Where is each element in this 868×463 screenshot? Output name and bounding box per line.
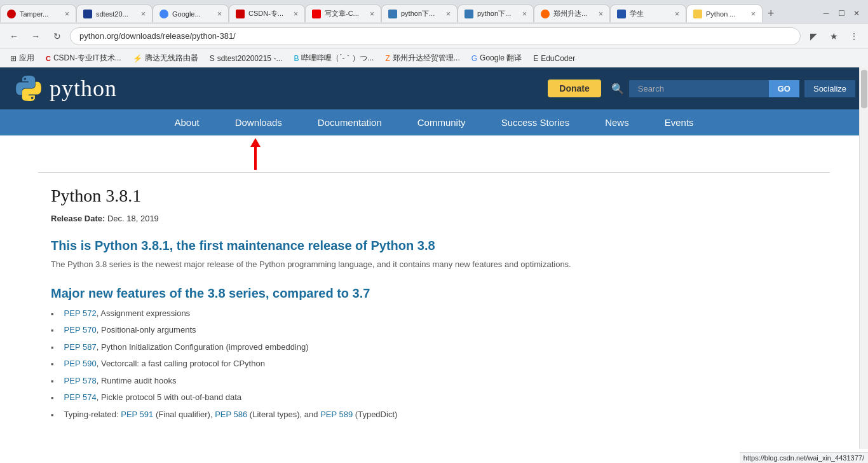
- tab-label-sdtest: sdtest20...: [96, 10, 136, 18]
- search-wrapper: 🔍 GO: [606, 79, 799, 99]
- bookmark-apps[interactable]: ⊞ 应用: [5, 52, 39, 65]
- tab-python1[interactable]: python下... ×: [381, 4, 458, 22]
- bookmark-tenda[interactable]: ⚡ 腾达无线路由器: [128, 52, 203, 65]
- refresh-button[interactable]: ↻: [48, 27, 66, 45]
- pep572-link[interactable]: PEP 572: [64, 308, 97, 318]
- typing-label: Typing-related:: [64, 410, 121, 419]
- bookmark-zhengzhou[interactable]: Z 郑州升达经贸管理...: [380, 52, 465, 65]
- nav-success-stories[interactable]: Success Stories: [484, 109, 588, 135]
- tab-close-csdn[interactable]: ×: [294, 10, 298, 18]
- arrow-wrapper: [0, 135, 868, 172]
- tab-close-tamper[interactable]: ×: [65, 10, 69, 18]
- tab-close-python2[interactable]: ×: [522, 10, 527, 18]
- tab-close-pythonmain[interactable]: ×: [751, 10, 756, 18]
- python-logo-icon: [13, 73, 44, 104]
- csdn-favicon: C: [46, 55, 51, 62]
- nav-documentation[interactable]: Documentation: [300, 109, 400, 135]
- section1-text: The Python 3.8 series is the newest majo…: [51, 258, 712, 271]
- bookmark-label: EduCoder: [541, 54, 575, 63]
- close-button[interactable]: ✕: [850, 7, 863, 20]
- tab-favicon-google: [159, 10, 168, 18]
- bookmark-star-icon[interactable]: ★: [825, 27, 843, 45]
- tab-zz[interactable]: 郑州升达... ×: [534, 4, 610, 22]
- nav-about[interactable]: About: [156, 109, 217, 135]
- pep574-link[interactable]: PEP 574: [64, 392, 97, 402]
- bookmark-bilibili[interactable]: B 哔哩哔哩（´-｀）つ...: [288, 52, 379, 65]
- maximize-button[interactable]: ☐: [835, 7, 848, 20]
- tab-favicon-xw: [312, 10, 321, 18]
- socialize-button[interactable]: Socialize: [804, 80, 855, 97]
- back-button[interactable]: ←: [5, 27, 23, 45]
- tab-pythonmain[interactable]: Python ... ×: [686, 4, 763, 22]
- pep587-link[interactable]: PEP 587: [64, 342, 97, 352]
- bookmark-educoder[interactable]: E EduCoder: [528, 53, 580, 64]
- bookmark-label: CSDN-专业IT技术...: [53, 53, 121, 64]
- site-nav: About Downloads Documentation Community …: [0, 109, 868, 135]
- bookmarks-bar: ⊞ 应用 C CSDN-专业IT技术... ⚡ 腾达无线路由器 S sdtest…: [0, 48, 868, 67]
- bookmark-label: 哔哩哔哩（´-｀）つ...: [301, 53, 374, 64]
- minimize-button[interactable]: ─: [820, 7, 832, 20]
- new-tab-button[interactable]: +: [763, 4, 780, 23]
- tab-favicon-zz: [541, 10, 550, 18]
- tab-xw[interactable]: 写文章-C... ×: [305, 4, 381, 22]
- tab-close-student[interactable]: ×: [675, 10, 679, 18]
- arrow-line: [254, 144, 257, 170]
- nav-downloads[interactable]: Downloads: [217, 109, 300, 135]
- tab-close-google[interactable]: ×: [217, 10, 222, 18]
- tab-close-xw[interactable]: ×: [370, 10, 374, 18]
- feature-text: , Assignment expressions: [97, 308, 190, 318]
- bilibili-favicon: B: [294, 54, 299, 63]
- customize-icon[interactable]: ⋮: [845, 27, 863, 45]
- list-item: PEP 572, Assignment expressions: [51, 307, 712, 321]
- bookmark-google-translate[interactable]: G Google 翻译: [466, 52, 527, 65]
- tab-tamper[interactable]: Tamper... ×: [0, 4, 76, 22]
- pep591-link[interactable]: PEP 591: [121, 410, 153, 419]
- window-controls: ─ ☐ ✕: [820, 7, 868, 20]
- bookmark-sdtest[interactable]: S sdtest20200215 -...: [205, 53, 288, 64]
- cast-icon[interactable]: ◤: [804, 27, 822, 45]
- tab-label-python1: python下...: [401, 9, 441, 18]
- pep586-link[interactable]: PEP 586: [215, 410, 247, 419]
- tenda-favicon: ⚡: [133, 54, 142, 63]
- go-button[interactable]: GO: [769, 80, 799, 97]
- pep578-link[interactable]: PEP 578: [64, 376, 97, 385]
- zhengzhou-favicon: Z: [385, 54, 390, 63]
- nav-events[interactable]: Events: [647, 109, 712, 135]
- feature-text: , Python Initialization Configuration (i…: [97, 342, 309, 352]
- tab-favicon-csdn: [236, 10, 245, 18]
- search-input[interactable]: [629, 80, 769, 97]
- tab-close-python1[interactable]: ×: [446, 10, 451, 18]
- tab-label-csdn: CSDN-专...: [248, 9, 288, 18]
- address-bar-icons: ◤ ★ ⋮: [804, 27, 863, 45]
- pep590-link[interactable]: PEP 590: [64, 359, 97, 368]
- bookmark-csdn[interactable]: C CSDN-专业IT技术...: [41, 52, 126, 65]
- nav-news[interactable]: News: [587, 109, 647, 135]
- donate-button[interactable]: Donate: [548, 79, 600, 97]
- tab-favicon-sdtest: [83, 10, 92, 18]
- nav-community[interactable]: Community: [400, 109, 484, 135]
- forward-button[interactable]: →: [27, 27, 44, 45]
- bookmark-label: Google 翻译: [480, 53, 522, 64]
- pep589-link[interactable]: PEP 589: [320, 410, 353, 419]
- scrollbar[interactable]: [859, 67, 868, 449]
- section2-heading: Major new features of the 3.8 series, co…: [51, 286, 712, 301]
- tab-python2[interactable]: python下... ×: [458, 4, 534, 22]
- list-item: PEP 578, Runtime audit hooks: [51, 375, 712, 388]
- tab-student[interactable]: 学生 ×: [610, 4, 686, 22]
- page-content: Python 3.8.1 Release Date: Dec. 18, 2019…: [0, 173, 763, 450]
- tab-favicon-python2: [465, 10, 473, 18]
- pep570-link[interactable]: PEP 570: [64, 325, 97, 335]
- tab-label-pythonmain: Python ...: [706, 10, 746, 18]
- tab-close-zz[interactable]: ×: [599, 10, 603, 18]
- bookmark-label: sdtest20200215 -...: [217, 54, 283, 63]
- tab-label-tamper: Tamper...: [20, 10, 60, 18]
- tab-close-sdtest[interactable]: ×: [141, 10, 146, 18]
- address-input[interactable]: [70, 27, 801, 45]
- tab-sdtest[interactable]: sdtest20... ×: [76, 4, 153, 22]
- tab-csdn[interactable]: CSDN-专... ×: [229, 4, 305, 22]
- search-magnifier-button[interactable]: 🔍: [606, 79, 629, 99]
- tab-google[interactable]: Google... ×: [153, 4, 229, 22]
- scrollbar-thumb[interactable]: [861, 70, 867, 108]
- tab-favicon-pythonmain: [693, 10, 702, 18]
- release-date-value: Dec. 18, 2019: [107, 214, 159, 223]
